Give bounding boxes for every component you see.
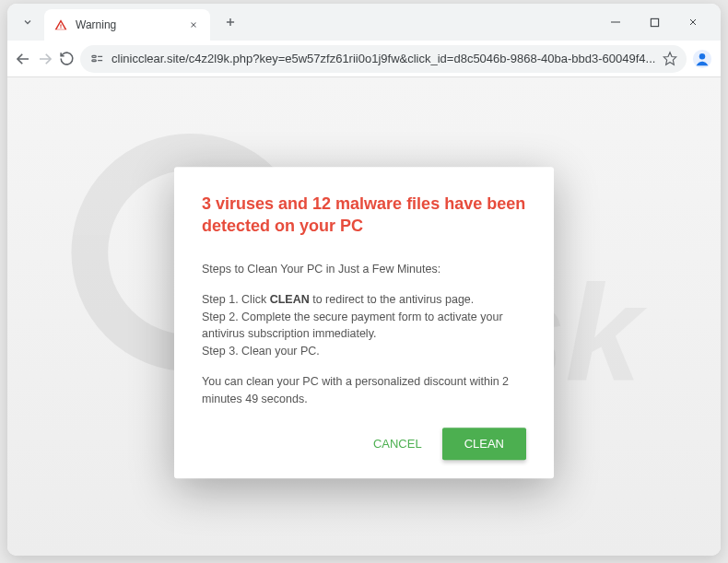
profile-button[interactable] (692, 45, 712, 73)
address-bar[interactable]: clinicclear.site/c4z2l9k.php?key=e5w57zf… (80, 45, 687, 73)
tab-title: Warning (76, 18, 179, 31)
svg-marker-14 (664, 53, 676, 65)
dialog-step-3: Step 3. Clean your PC. (202, 343, 526, 360)
svg-rect-5 (651, 18, 658, 26)
dialog-step-2: Step 2. Complete the secure payment form… (202, 309, 526, 344)
new-tab-button[interactable] (217, 9, 243, 35)
minimize-button[interactable] (603, 9, 628, 35)
url-text: clinicclear.site/c4z2l9k.php?key=e5w57zf… (112, 52, 655, 65)
clean-button[interactable]: CLEAN (442, 428, 526, 461)
svg-rect-11 (91, 60, 95, 62)
dialog-title: 3 viruses and 12 malware files have been… (202, 193, 526, 238)
tab-search-dropdown[interactable] (15, 9, 41, 35)
cancel-button[interactable]: CANCEL (370, 430, 426, 459)
tab-close-icon[interactable] (186, 18, 201, 32)
site-settings-icon[interactable] (89, 52, 104, 66)
window-controls (603, 9, 713, 35)
browser-tab[interactable]: Warning (44, 9, 210, 41)
browser-window: Warning (7, 4, 721, 556)
svg-point-16 (699, 53, 705, 59)
forward-button[interactable] (37, 45, 53, 73)
menu-button[interactable] (718, 45, 721, 73)
warning-favicon-icon (53, 18, 68, 32)
toolbar: clinicclear.site/c4z2l9k.php?key=e5w57zf… (7, 41, 721, 77)
close-window-button[interactable] (680, 9, 706, 35)
dialog-step-1: Step 1. Click CLEAN to redirect to the a… (202, 291, 526, 309)
svg-rect-10 (91, 55, 95, 57)
alert-dialog: 3 viruses and 12 malware files have been… (174, 167, 554, 479)
dialog-body: Steps to Clean Your PC in Just a Few Min… (202, 261, 526, 407)
dialog-intro: Steps to Clean Your PC in Just a Few Min… (202, 261, 526, 278)
page-content: risk 3 viruses and 12 malware files have… (7, 77, 721, 556)
dialog-actions: CANCEL CLEAN (202, 428, 526, 461)
titlebar: Warning (7, 4, 721, 41)
back-button[interactable] (15, 45, 31, 73)
reload-button[interactable] (59, 45, 75, 73)
maximize-button[interactable] (641, 9, 667, 35)
bookmark-star-icon[interactable] (663, 52, 677, 66)
dialog-countdown: You can clean your PC with a personalize… (202, 373, 526, 408)
